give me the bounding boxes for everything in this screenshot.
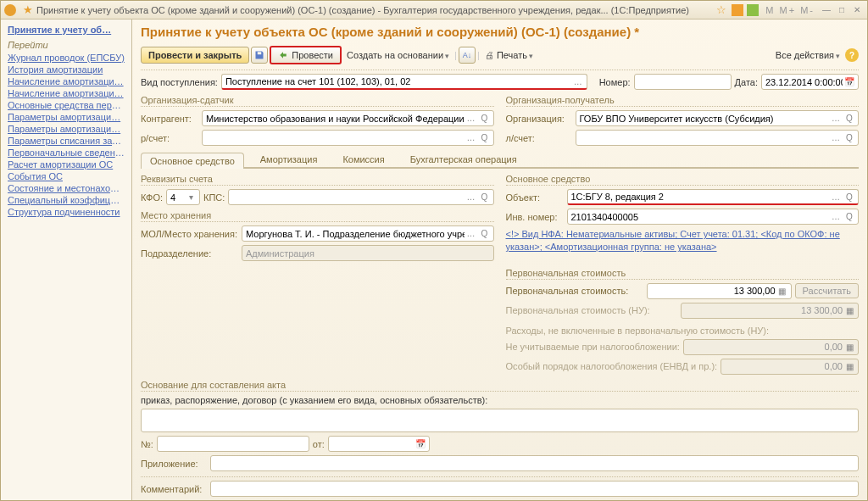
open-icon[interactable]: Q (478, 114, 492, 123)
select-icon[interactable]: … (465, 229, 478, 238)
sidebar-link[interactable]: История амортизации (3, 64, 130, 75)
kfo-field[interactable]: ▾ (166, 189, 200, 205)
help-icon[interactable]: ? (845, 48, 859, 62)
print-menu[interactable]: 🖨 Печать▾ (481, 50, 537, 60)
sidebar-link[interactable]: События ОС (3, 170, 130, 182)
sidebar-link[interactable]: Основные средства пере… (3, 99, 130, 111)
open-icon[interactable]: Q (843, 192, 856, 202)
kps-input[interactable] (232, 192, 464, 203)
mol-field[interactable]: … Q (242, 225, 494, 242)
calc-icon[interactable]: ▦ (776, 287, 789, 296)
select-icon[interactable]: … (465, 133, 478, 142)
all-actions-menu[interactable]: Все действия▾ (772, 50, 843, 60)
org-label: Организация: (506, 114, 572, 124)
tab-amortization[interactable]: Амортизация (251, 151, 327, 167)
post-and-close-button[interactable]: Провести и закрыть (141, 47, 249, 64)
open-icon[interactable]: Q (478, 133, 492, 142)
invno-input[interactable] (571, 212, 830, 222)
laccount-label: л/счет: (506, 133, 572, 143)
initial-cost-label: Первоначальная стоимость: (506, 286, 644, 296)
sort-icon[interactable]: A↓ (459, 47, 476, 64)
org-field[interactable]: … Q (576, 110, 860, 126)
m-icons[interactable]: M M+ M- (765, 5, 815, 15)
object-field[interactable]: … Q (567, 189, 860, 205)
comment-field[interactable] (210, 481, 859, 497)
raccount-field[interactable]: … Q (202, 130, 494, 146)
from-field[interactable]: 📅 (328, 436, 430, 452)
sidebar-link[interactable]: Структура подчиненности (3, 206, 130, 218)
select-icon[interactable]: … (571, 77, 585, 86)
counterparty-input[interactable] (206, 114, 465, 124)
receipt-type-input[interactable] (225, 76, 571, 86)
fav-icon[interactable]: ☆ (716, 3, 726, 16)
basis-input[interactable] (145, 415, 856, 426)
initial-cost-nu-field: 13 300,00 ▦ (681, 303, 859, 319)
select-icon[interactable]: … (829, 212, 843, 221)
date-input[interactable] (765, 77, 843, 87)
object-input[interactable] (571, 192, 830, 202)
toolbar-mini-icon[interactable] (732, 4, 743, 16)
no-input[interactable] (161, 439, 307, 449)
counterparty-field[interactable]: … Q (202, 110, 494, 126)
basis-field[interactable] (141, 409, 859, 432)
dropdown-icon[interactable]: ▾ (184, 192, 198, 202)
receipt-type-field[interactable]: … (221, 74, 587, 90)
sidebar-link[interactable]: Начисление амортизаци… (3, 87, 130, 99)
calendar-icon[interactable]: 📅 (843, 77, 856, 86)
laccount-field[interactable]: … Q (576, 130, 860, 146)
close-button[interactable]: ✕ (850, 4, 864, 16)
toolbar-mini-icon2[interactable] (747, 4, 759, 16)
open-icon[interactable]: Q (843, 114, 856, 123)
special-tax-value: 0,00 (725, 361, 843, 371)
sidebar-link[interactable]: Параметры списания зат… (3, 135, 130, 147)
minimize-button[interactable]: — (820, 4, 833, 16)
sidebar-link[interactable]: Специальный коэффицие… (3, 194, 130, 206)
maximize-button[interactable]: □ (835, 4, 849, 16)
kfo-input[interactable] (170, 192, 184, 203)
create-based-menu[interactable]: Создать на основании▾ (343, 50, 453, 60)
calculate-button[interactable]: Рассчитать (795, 283, 859, 298)
sidebar-heading[interactable]: Принятие к учету об… (3, 23, 130, 36)
initial-cost-input[interactable] (651, 286, 776, 296)
select-icon[interactable]: … (465, 192, 478, 202)
star-icon[interactable]: ★ (23, 3, 33, 16)
org-input[interactable] (580, 114, 830, 124)
raccount-input[interactable] (206, 133, 465, 143)
invno-field[interactable]: … Q (567, 209, 860, 225)
select-icon[interactable]: … (829, 133, 843, 142)
save-icon[interactable] (251, 47, 268, 64)
tab-main-asset[interactable]: Основное средство (141, 153, 244, 169)
kps-field[interactable]: … Q (228, 189, 493, 205)
window-title: Принятие к учету объекта ОС (кроме здани… (36, 5, 713, 15)
mol-input[interactable] (246, 229, 465, 239)
sidebar-link[interactable]: Начисление амортизаци… (3, 75, 130, 87)
attachment-field[interactable] (210, 455, 859, 471)
attachment-input[interactable] (214, 459, 856, 469)
open-icon[interactable]: Q (478, 192, 492, 202)
tab-accounting-op[interactable]: Бухгалтерская операция (401, 151, 526, 167)
nfa-link[interactable]: <!> Вид НФА: Нематериальные активы; Счет… (506, 228, 860, 254)
open-icon[interactable]: Q (478, 229, 492, 238)
comment-input[interactable] (214, 484, 856, 494)
sidebar-link[interactable]: Первоначальные сведени… (3, 147, 130, 159)
sidebar-link[interactable]: Состояние и местонахожд… (3, 182, 130, 194)
select-icon[interactable]: … (829, 192, 843, 202)
post-button[interactable]: Провести (270, 46, 342, 64)
tab-commission[interactable]: Комиссия (333, 151, 393, 167)
sidebar-link[interactable]: Параметры амортизаци… (3, 111, 130, 123)
from-input[interactable] (332, 439, 414, 449)
open-icon[interactable]: Q (843, 212, 856, 221)
sidebar-link[interactable]: Расчет амортизации ОС (3, 159, 130, 170)
sidebar-link[interactable]: Журнал проводок (ЕПСБУ) (3, 52, 130, 64)
number-field[interactable] (634, 74, 732, 90)
number-input[interactable] (638, 77, 729, 87)
laccount-input[interactable] (580, 133, 830, 143)
select-icon[interactable]: … (829, 114, 843, 123)
no-field[interactable] (157, 436, 309, 452)
sidebar-link[interactable]: Параметры амортизаци… (3, 123, 130, 135)
date-field[interactable]: 📅 (761, 74, 859, 90)
calendar-icon[interactable]: 📅 (414, 439, 427, 448)
select-icon[interactable]: … (465, 114, 478, 123)
open-icon[interactable]: Q (843, 133, 856, 142)
initial-cost-field[interactable]: ▦ (647, 283, 792, 299)
